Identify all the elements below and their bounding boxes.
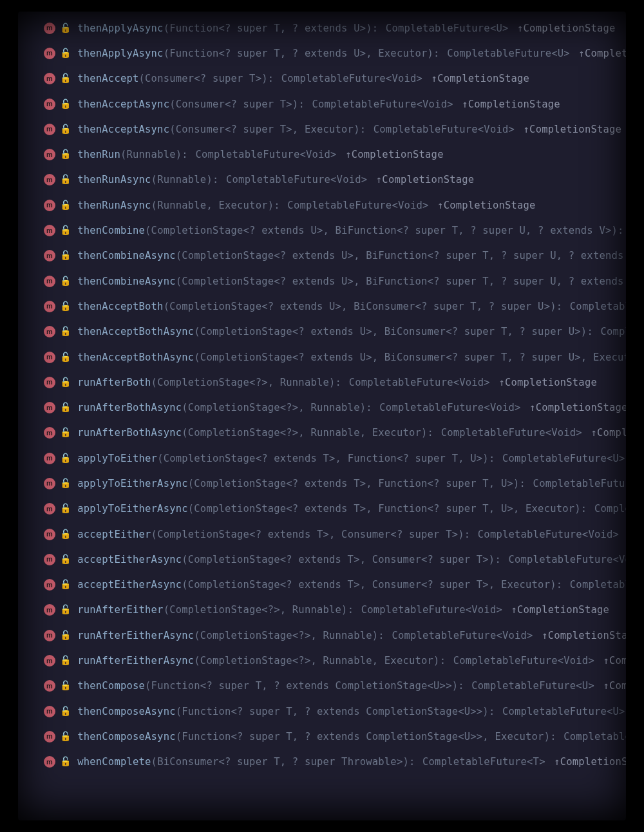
inherit-arrow-icon: ↑ [597,680,609,692]
method-item[interactable]: m🔓thenApplyAsync(Function<? super T, ? e… [18,15,626,41]
method-name: thenAccept [77,73,138,84]
method-item[interactable]: m🔓acceptEitherAsync(CompletionStage<? ex… [18,572,626,598]
method-name: acceptEitherAsync [77,554,182,565]
method-params: CompletionStage<? extends T>, Function<?… [194,503,574,515]
return-separator: : [428,427,440,439]
method-list[interactable]: m🔓thenApplyAsync(Function<? super T, ? e… [18,15,626,775]
method-item[interactable]: m🔓thenAccept(Consumer<? super T>): Compl… [18,66,626,91]
method-params: CompletionStage<? extends T>, Consumer<?… [157,529,458,540]
method-params: CompletionStage<? extends T>, Function<?… [194,478,513,489]
method-name: thenAcceptBothAsync [77,326,194,337]
unlock-icon: 🔓 [60,706,71,715]
method-icon: m [44,680,55,692]
method-signature: acceptEitherAsync(CompletionStage<? exte… [77,554,626,565]
method-name: runAfterBoth [77,377,151,388]
return-separator: : [409,756,421,768]
paren-open: ( [182,427,188,439]
paren-open: ( [182,402,188,413]
method-name: thenCombineAsync [77,276,176,287]
method-params: CompletionStage<?>, Runnable [157,377,329,388]
return-separator: : [274,200,286,211]
method-name: applyToEither [77,453,157,464]
method-item[interactable]: m🔓applyToEither(CompletionStage<? extend… [18,446,626,471]
method-signature: thenApplyAsync(Function<? super T, ? ext… [77,23,615,34]
method-item[interactable]: m🔓whenComplete(BiConsumer<? super T, ? s… [18,750,626,775]
method-item[interactable]: m🔓thenAcceptAsync(Consumer<? super T>): … [18,91,626,117]
method-signature: acceptEitherAsync(CompletionStage<? exte… [77,579,626,591]
paren-open: ( [182,579,188,591]
method-item[interactable]: m🔓thenAcceptAsync(Consumer<? super T>, E… [18,117,626,142]
return-type: CompletableFuture<T> [422,756,545,768]
method-item[interactable]: m🔓thenCompose(Function<? super T, ? exte… [18,674,626,699]
paren-close: ) [550,579,556,591]
unlock-icon: 🔓 [60,478,71,487]
paren-open: ( [194,630,200,641]
paren-close: ) [482,453,489,464]
method-item[interactable]: m🔓thenAcceptBoth(CompletionStage<? exten… [18,294,626,319]
method-icon: m [44,124,55,135]
return-type: CompletableFuture<Void> [478,529,619,540]
paren-close: ) [574,503,581,515]
return-type: CompletableFuture<U> [533,478,626,489]
return-type: CompletableFuture<U> [502,706,625,717]
method-item[interactable]: m🔓thenComposeAsync(Function<? super T, ?… [18,699,626,724]
unlock-icon: 🔓 [60,99,71,108]
paren-open: ( [151,200,158,211]
return-type: CompletableFuture<U> [447,48,570,59]
method-item[interactable]: m🔓thenCombine(CompletionStage<? extends … [18,218,626,243]
method-params: Runnable [126,149,175,160]
method-params: CompletionStage<? extends T>, Function<?… [164,453,483,464]
paren-close: ) [458,529,464,540]
return-type: CompletableFuture<Void> [195,149,336,160]
method-item[interactable]: m🔓runAfterEitherAsync(CompletionStage<?>… [18,648,626,673]
method-item[interactable]: m🔓applyToEitherAsync(CompletionStage<? e… [18,471,626,496]
method-item[interactable]: m🔓runAfterEitherAsync(CompletionStage<?>… [18,623,626,648]
method-item[interactable]: m🔓thenAcceptBothAsync(CompletionStage<? … [18,319,626,345]
paren-open: ( [151,377,158,388]
method-item[interactable]: m🔓acceptEither(CompletionStage<? extends… [18,522,626,547]
method-item[interactable]: m🔓runAfterEither(CompletionStage<?>, Run… [18,598,626,623]
method-item[interactable]: m🔓thenRun(Runnable): CompletableFuture<V… [18,142,626,167]
method-params: CompletionStage<? extends T>, Consumer<?… [188,579,550,591]
method-icon: m [44,655,55,667]
method-name: thenCompose [77,680,145,692]
return-type: CompletableFuture<Void> [361,604,502,616]
method-item[interactable]: m🔓acceptEitherAsync(CompletionStage<? ex… [18,547,626,572]
method-item[interactable]: m🔓thenRunAsync(Runnable): CompletableFut… [18,167,626,193]
method-params: CompletionStage<?>, Runnable, Executor [200,655,433,667]
method-name: runAfterEitherAsync [77,655,194,667]
method-item[interactable]: m🔓runAfterBothAsync(CompletionStage<?>, … [18,421,626,446]
paren-close: ) [544,731,551,742]
unlock-icon: 🔓 [60,175,71,184]
inherited-from: CompletionStage [517,604,609,616]
method-name: thenCombine [77,225,145,236]
method-params: Consumer<? super T> [176,99,292,110]
method-item[interactable]: m🔓thenRunAsync(Runnable, Executor): Comp… [18,193,626,218]
method-item[interactable]: m🔓thenCombineAsync(CompletionStage<? ext… [18,269,626,294]
method-icon: m [44,756,55,768]
return-separator: : [495,554,507,565]
method-params: CompletionStage<?>, Runnable [200,630,372,641]
method-item[interactable]: m🔓applyToEitherAsync(CompletionStage<? e… [18,496,626,522]
method-name: runAfterBothAsync [77,402,182,413]
method-signature: thenRunAsync(Runnable): CompletableFutur… [77,174,474,185]
method-item[interactable]: m🔓runAfterBothAsync(CompletionStage<?>, … [18,395,626,420]
return-type: CompletableFuture<Void> [226,174,367,185]
return-separator: : [489,453,501,464]
unlock-icon: 🔓 [60,402,71,411]
method-item[interactable]: m🔓thenComposeAsync(Function<? super T, ?… [18,724,626,749]
unlock-icon: 🔓 [60,656,71,665]
method-icon: m [44,579,55,591]
method-item[interactable]: m🔓thenApplyAsync(Function<? super T, ? e… [18,41,626,66]
unlock-icon: 🔓 [60,352,71,361]
inherit-arrow-icon: ↑ [425,73,437,84]
method-params: Function<? super T, ? extends U>, Execut… [169,48,427,59]
method-item[interactable]: m🔓thenCombineAsync(CompletionStage<? ext… [18,243,626,269]
method-name: thenApplyAsync [77,23,163,34]
method-name: thenAcceptAsync [77,124,169,135]
method-item[interactable]: m🔓thenAcceptBothAsync(CompletionStage<? … [18,345,626,370]
method-item[interactable]: m🔓runAfterBoth(CompletionStage<?>, Runna… [18,370,626,395]
method-signature: thenComposeAsync(Function<? super T, ? e… [77,731,626,742]
method-signature: applyToEitherAsync(CompletionStage<? ext… [77,478,626,489]
paren-open: ( [176,276,182,287]
